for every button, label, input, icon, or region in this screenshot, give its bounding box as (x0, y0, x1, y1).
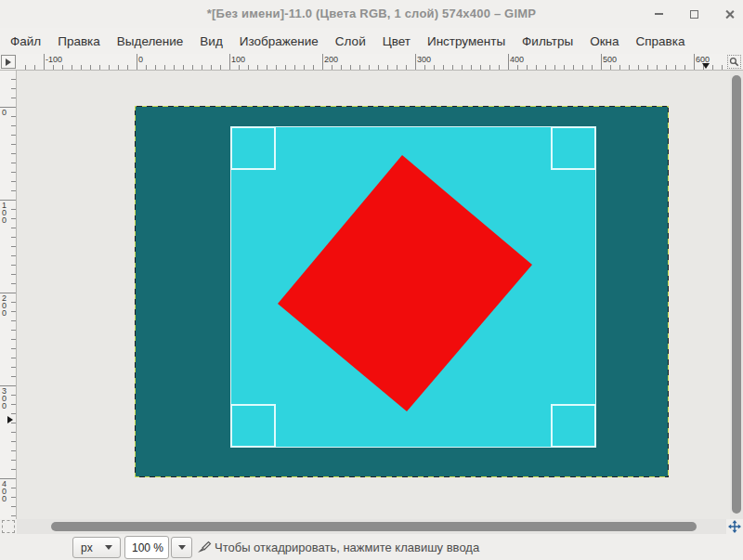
crop-handle-top-right[interactable] (551, 126, 596, 170)
unit-select[interactable]: px (72, 537, 121, 558)
vertical-scrollbar[interactable] (730, 71, 743, 519)
v-ruler-label: 400 (2, 480, 9, 502)
crop-handle-bottom-left[interactable] (230, 404, 276, 448)
crop-handle-top-left[interactable] (230, 126, 276, 170)
navigation-preview-button[interactable] (727, 519, 742, 534)
magnifier-icon (729, 57, 739, 67)
zoom-dropdown-button[interactable] (171, 537, 192, 558)
crop-tool-icon (196, 540, 213, 558)
horizontal-scrollbar-thumb[interactable] (51, 522, 697, 531)
menu-tools[interactable]: Инструменты (419, 31, 514, 52)
menu-filters[interactable]: Фильтры (514, 31, 581, 52)
move-cross-icon (728, 520, 741, 533)
layer-boundary (135, 106, 669, 477)
v-ruler-label: 0 (2, 109, 9, 116)
status-message: Чтобы откадрировать, нажмите клавишу вво… (215, 540, 479, 554)
horizontal-scrollbar[interactable] (17, 519, 726, 534)
hscroll-row (0, 519, 743, 534)
zoom-follow-window-button[interactable] (727, 55, 741, 69)
h-ruler-label: 0 (138, 55, 143, 64)
menu-file[interactable]: Файл (2, 31, 49, 52)
v-ruler-label: 300 (2, 387, 9, 410)
h-ruler-label: 500 (603, 55, 617, 64)
minimize-button[interactable] (652, 7, 665, 20)
maximize-icon (690, 10, 698, 19)
v-ruler-label: 100 (2, 202, 9, 224)
close-icon (724, 9, 735, 20)
crop-selection-region[interactable] (230, 126, 596, 448)
crop-handle-bottom-right[interactable] (551, 404, 596, 448)
menu-select[interactable]: Выделение (109, 31, 192, 52)
canvas-viewport[interactable] (17, 71, 730, 519)
h-ruler-label: 200 (324, 55, 338, 64)
zoom-level-input[interactable]: 100 % (124, 536, 169, 559)
vertical-ruler[interactable]: 0 100 200 300 400 (0, 71, 17, 519)
image-canvas[interactable] (136, 107, 668, 476)
h-ruler-label: 100 (231, 55, 245, 64)
titlebar: *[Без имени]-11.0 (Цвета RGB, 1 слой) 57… (0, 0, 743, 28)
gimp-window: *[Без имени]-11.0 (Цвета RGB, 1 слой) 57… (0, 0, 743, 560)
horizontal-ruler[interactable]: -100 0 100 200 300 400 500 600 (17, 54, 726, 70)
canvas-menu-button[interactable] (1, 55, 16, 69)
unit-value: px (81, 541, 93, 554)
menubar: Файл Правка Выделение Вид Изображение Сл… (0, 28, 743, 54)
vertical-scrollbar-thumb[interactable] (732, 75, 741, 514)
h-ruler-label: -100 (46, 55, 62, 64)
chevron-down-icon (178, 545, 186, 550)
minimize-icon (655, 13, 663, 15)
h-ruler-label: 300 (417, 55, 431, 64)
menu-windows[interactable]: Окна (581, 31, 627, 52)
menu-edit[interactable]: Правка (49, 31, 109, 52)
ruler-row: -100 0 100 200 300 400 500 600 (0, 54, 743, 71)
pointer-position-marker-icon (702, 63, 710, 69)
menu-help[interactable]: Справка (628, 31, 694, 52)
v-ruler-label: 200 (2, 294, 9, 317)
h-ruler-label: 400 (510, 55, 524, 64)
triangle-right-icon (6, 59, 11, 66)
maximize-button[interactable] (687, 7, 700, 20)
quick-mask-toggle-button[interactable] (2, 520, 15, 533)
menu-layer[interactable]: Слой (327, 31, 374, 52)
chevron-down-icon (105, 545, 112, 550)
pointer-position-marker-icon (7, 416, 13, 423)
window-title: *[Без имени]-11.0 (Цвета RGB, 1 слой) 57… (0, 7, 743, 20)
menu-image[interactable]: Изображение (231, 31, 327, 52)
close-button[interactable] (723, 7, 736, 20)
menu-view[interactable]: Вид (191, 31, 230, 52)
statusbar: px 100 % Чтобы откадрировать, нажмите кл… (0, 534, 743, 560)
menu-colors[interactable]: Цвет (374, 31, 419, 52)
